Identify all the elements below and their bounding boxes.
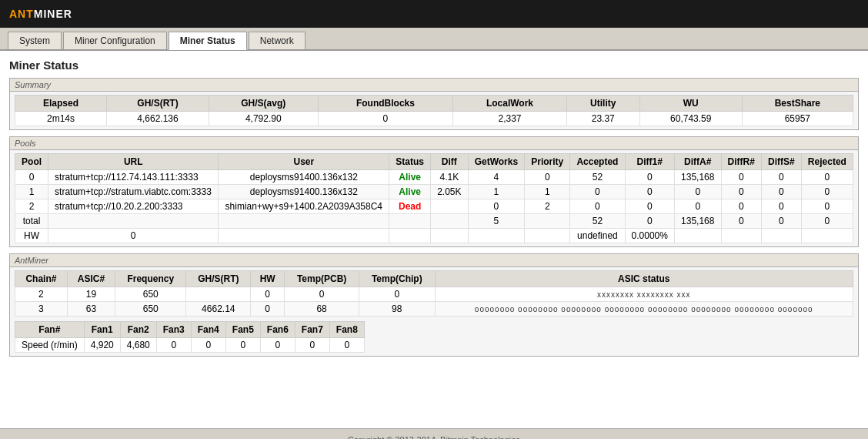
pool-num: 1 xyxy=(15,185,48,199)
summary-col-bestshare: BestShare xyxy=(742,96,853,112)
header: ANTMINER xyxy=(0,0,868,28)
pool-col-accepted: Accepted xyxy=(570,154,625,170)
am-hw: 0 xyxy=(251,287,285,302)
fan-speed-7: 0 xyxy=(295,338,329,353)
pool-diffr: 0 xyxy=(721,199,761,214)
pool-status: Alive xyxy=(389,185,431,199)
am-ghsrt: 4662.14 xyxy=(186,302,251,317)
am-col-asic-status: ASIC status xyxy=(435,271,853,287)
pool-accepted: 0 xyxy=(570,199,625,214)
summary-wu: 60,743.59 xyxy=(639,112,742,126)
fan-col: Fan3 xyxy=(156,322,191,338)
pool-col-diffa: DiffA# xyxy=(675,154,722,170)
am-chain: 2 xyxy=(15,287,68,302)
pool-col-status: Status xyxy=(389,154,431,170)
am-col-temp-pcb: Temp(PCB) xyxy=(285,271,359,287)
pool-col-url: URL xyxy=(48,154,219,170)
total-diffa: 135,168 xyxy=(675,214,722,229)
total-rejected: 0 xyxy=(801,214,853,229)
am-col-freq: Frequency xyxy=(115,271,186,287)
pool-num: 0 xyxy=(15,170,48,185)
summary-content: Elapsed GH/S(RT) GH/S(avg) FoundBlocks L… xyxy=(10,92,858,129)
fan-speed-1: 4,920 xyxy=(84,338,120,353)
pool-diff1: 0 xyxy=(625,199,675,214)
logo-ant: ANT xyxy=(9,8,34,20)
pool-col-diff1: Diff1# xyxy=(625,154,675,170)
pool-accepted: 0 xyxy=(570,185,625,199)
hw-diff1: undefined xyxy=(570,229,625,243)
am-col-temp-chip: Temp(Chip) xyxy=(359,271,435,287)
summary-title: Summary xyxy=(10,79,858,92)
summary-ghsavg: 4,792.90 xyxy=(209,112,318,126)
summary-col-ghsavg: GH/S(avg) xyxy=(209,96,318,112)
pool-col-rejected: Rejected xyxy=(801,154,853,170)
total-diff xyxy=(431,214,468,229)
pools-table: Pool URL User Status Diff GetWorks Prior… xyxy=(15,153,853,243)
logo-miner: MINER xyxy=(34,8,72,20)
pools-title: Pools xyxy=(10,137,858,150)
am-hw: 0 xyxy=(251,302,285,317)
am-temp-chip: 0 xyxy=(359,287,435,302)
pool-col-user: User xyxy=(219,154,389,170)
pool-col-diffs: DiffS# xyxy=(761,154,801,170)
pool-rejected: 0 xyxy=(801,170,853,185)
hw-url: 0 xyxy=(48,229,219,243)
summary-col-utility: Utility xyxy=(566,96,639,112)
pool-diff1: 0 xyxy=(625,185,675,199)
pool-url: stratum+tcp://112.74.143.111:3333 xyxy=(48,170,219,185)
am-frequency: 650 xyxy=(115,302,186,317)
hw-label: HW xyxy=(15,229,48,243)
pool-diff xyxy=(431,199,468,214)
summary-section: Summary Elapsed GH/S(RT) GH/S(avg) Found… xyxy=(9,78,859,130)
pools-section: Pools Pool URL User Status Diff GetWorks… xyxy=(9,136,859,247)
pool-url: stratum+tcp://10.20.2.200:3333 xyxy=(48,199,219,214)
am-asic-status: xxxxxxxx xxxxxxxx xxx xyxy=(435,287,853,302)
total-user xyxy=(219,214,389,229)
summary-ghsrt: 4,662.136 xyxy=(107,112,209,126)
am-temp-pcb: 68 xyxy=(285,302,359,317)
logo: ANTMINER xyxy=(9,8,72,20)
summary-foundblocks: 0 xyxy=(318,112,453,126)
fan-speed-3: 0 xyxy=(156,338,191,353)
pool-row: 2 stratum+tcp://10.20.2.200:3333 shimian… xyxy=(15,199,853,214)
fan-col: Fan7 xyxy=(295,322,329,338)
pool-diffs: 0 xyxy=(761,199,801,214)
pool-diff: 4.1K xyxy=(431,170,468,185)
summary-col-ghsrt: GH/S(RT) xyxy=(107,96,209,112)
fan-speed-6: 0 xyxy=(260,338,295,353)
pool-accepted: 52 xyxy=(570,170,625,185)
pool-col-diff: Diff xyxy=(431,154,468,170)
pool-rejected: 0 xyxy=(801,185,853,199)
tab-system[interactable]: System xyxy=(8,32,62,49)
am-frequency: 650 xyxy=(115,287,186,302)
fan-speed-8: 0 xyxy=(329,338,364,353)
fan-col: Fan6 xyxy=(260,322,295,338)
pool-row: 0 stratum+tcp://112.74.143.111:3333 depl… xyxy=(15,170,853,185)
antminer-section: AntMiner Chain# ASIC# Frequency GH/S(RT)… xyxy=(9,253,859,357)
summary-elapsed: 2m14s xyxy=(15,112,107,126)
pool-col-diffr: DiffR# xyxy=(721,154,761,170)
pool-priority: 0 xyxy=(525,170,570,185)
am-col-ghsrt: GH/S(RT) xyxy=(186,271,251,287)
summary-col-wu: WU xyxy=(639,96,742,112)
pool-url: stratum+tcp://stratum.viabtc.com:3333 xyxy=(48,185,219,199)
pool-user: shimian+wy+s9+1400.2A2039A358C4 xyxy=(219,199,389,214)
pool-diffr: 0 xyxy=(721,170,761,185)
pool-diffa: 135,168 xyxy=(675,170,722,185)
pool-getworks: 0 xyxy=(468,199,525,214)
total-label: total xyxy=(15,214,48,229)
total-diffs: 0 xyxy=(761,214,801,229)
pool-hw-row: HW 0 undefined 0.0000% xyxy=(15,229,853,243)
tab-miner-status[interactable]: Miner Status xyxy=(169,32,247,50)
pool-status: Dead xyxy=(389,199,431,214)
tab-miner-configuration[interactable]: Miner Configuration xyxy=(63,32,167,49)
am-col-asic: ASIC# xyxy=(67,271,115,287)
fan-col: Fan5 xyxy=(225,322,260,338)
footer: Copyright © 2013-2014, Bitmain Technolog… xyxy=(0,428,868,439)
fan-speed-4: 0 xyxy=(191,338,225,353)
antminer-table: Chain# ASIC# Frequency GH/S(RT) HW Temp(… xyxy=(15,270,853,317)
tab-network[interactable]: Network xyxy=(249,32,305,49)
total-priority xyxy=(525,214,570,229)
summary-col-elapsed: Elapsed xyxy=(15,96,107,112)
pool-col-getworks: GetWorks xyxy=(468,154,525,170)
